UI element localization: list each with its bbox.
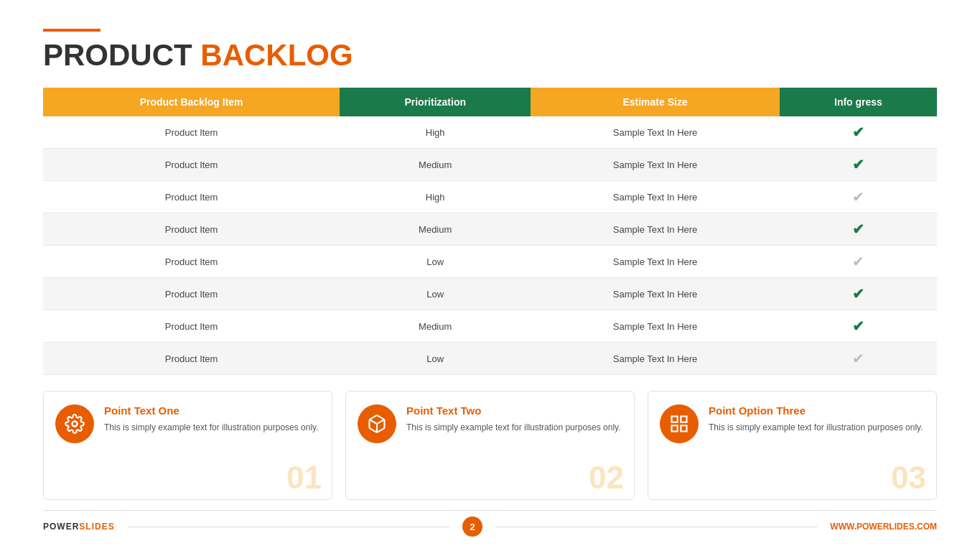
cell-priority: Low (340, 343, 531, 375)
table-row: Product ItemMediumSample Text In Here✔ (43, 310, 937, 343)
check-gray-icon: ✔ (852, 351, 864, 366)
card-text: This is simply example text for illustra… (709, 421, 925, 434)
footer-line-right (495, 527, 817, 527)
cell-item: Product Item (43, 213, 340, 246)
cell-check: ✔ (780, 181, 937, 213)
table-header-cell: Estimate Size (531, 88, 780, 116)
card-1: Point Text One This is simply example te… (43, 391, 332, 500)
table-body: Product ItemHighSample Text In Here✔Prod… (43, 116, 937, 375)
check-green-icon: ✔ (852, 318, 864, 334)
cell-check: ✔ (780, 213, 937, 246)
cell-size: Sample Text In Here (531, 149, 780, 181)
cell-item: Product Item (43, 149, 340, 181)
card-icon-circle (358, 404, 396, 443)
table-row: Product ItemLowSample Text In Here✔ (43, 343, 937, 375)
page-title: PRODUCT BACKLOG (43, 39, 937, 72)
card-title: Point Text One (104, 404, 320, 417)
footer-brand: POWERSLIDES (43, 522, 115, 532)
cell-item: Product Item (43, 310, 340, 343)
card-title: Point Text Two (406, 404, 622, 417)
table-row: Product ItemMediumSample Text In Here✔ (43, 149, 937, 181)
cell-size: Sample Text In Here (531, 181, 780, 213)
cell-priority: High (340, 116, 531, 149)
cell-item: Product Item (43, 246, 340, 278)
table-row: Product ItemLowSample Text In Here✔ (43, 246, 937, 278)
header-accent-line (43, 29, 101, 32)
cell-check: ✔ (780, 278, 937, 310)
cell-check: ✔ (780, 343, 937, 375)
card-3: Point Option Three This is simply exampl… (648, 391, 937, 500)
card-content: Point Text Two This is simply example te… (406, 404, 622, 434)
table-row: Product ItemMediumSample Text In Here✔ (43, 213, 937, 246)
svg-rect-3 (672, 417, 678, 422)
card-content: Point Text One This is simply example te… (104, 404, 320, 434)
table-row: Product ItemHighSample Text In Here✔ (43, 181, 937, 213)
svg-rect-5 (672, 426, 678, 432)
cell-size: Sample Text In Here (531, 278, 780, 310)
card-number: 03 (891, 462, 926, 494)
cell-item: Product Item (43, 116, 340, 149)
footer-website: WWW.POWERLIDES.COM (830, 522, 937, 532)
footer-line-left (128, 527, 449, 527)
cell-check: ✔ (780, 116, 937, 149)
cell-size: Sample Text In Here (531, 246, 780, 278)
card-text: This is simply example text for illustra… (104, 421, 320, 434)
check-green-icon: ✔ (852, 157, 864, 172)
cell-size: Sample Text In Here (531, 213, 780, 246)
card-number: 02 (589, 462, 624, 494)
title-backlog: BACKLOG (200, 38, 353, 72)
table-header-cell: Prioritization (340, 88, 531, 116)
cell-item: Product Item (43, 181, 340, 213)
card-text: This is simply example text for illustra… (406, 421, 622, 434)
cell-priority: Medium (340, 213, 531, 246)
cell-check: ✔ (780, 149, 937, 181)
cell-priority: Medium (340, 149, 531, 181)
cell-priority: Medium (340, 310, 531, 343)
card-title: Point Option Three (709, 404, 925, 417)
footer: POWERSLIDES 2 WWW.POWERLIDES.COM (43, 510, 937, 537)
cell-check: ✔ (780, 246, 937, 278)
svg-rect-6 (681, 426, 686, 432)
backlog-table: Product Backlog ItemPrioritizationEstima… (43, 88, 937, 375)
card-number: 01 (286, 462, 322, 494)
cards-row: Point Text One This is simply example te… (43, 391, 937, 500)
cell-priority: Low (340, 278, 531, 310)
check-green-icon: ✔ (852, 221, 864, 237)
cell-size: Sample Text In Here (531, 343, 780, 375)
brand-black: POWER (43, 522, 79, 532)
cell-item: Product Item (43, 278, 340, 310)
check-green-icon: ✔ (852, 286, 864, 302)
table-header-cell: Product Backlog Item (43, 88, 340, 116)
check-gray-icon: ✔ (852, 189, 864, 205)
check-gray-icon: ✔ (852, 254, 864, 269)
cell-priority: Low (340, 246, 531, 278)
check-green-icon: ✔ (852, 124, 864, 140)
table-row: Product ItemLowSample Text In Here✔ (43, 278, 937, 310)
card-icon-circle (660, 404, 699, 443)
cell-priority: High (340, 181, 531, 213)
svg-rect-4 (681, 417, 686, 422)
cell-item: Product Item (43, 343, 340, 375)
card-icon-circle (55, 404, 94, 443)
cell-size: Sample Text In Here (531, 310, 780, 343)
table-row: Product ItemHighSample Text In Here✔ (43, 116, 937, 149)
title-product: PRODUCT (43, 38, 200, 72)
svg-point-1 (73, 422, 78, 427)
card-2: Point Text Two This is simply example te… (345, 391, 635, 500)
table-header-cell: Info gress (780, 88, 937, 116)
cell-size: Sample Text In Here (531, 116, 780, 149)
card-content: Point Option Three This is simply exampl… (709, 404, 925, 434)
cell-check: ✔ (780, 310, 937, 343)
table-header: Product Backlog ItemPrioritizationEstima… (43, 88, 937, 116)
page-number-badge: 2 (462, 517, 482, 537)
brand-orange: SLIDES (79, 522, 114, 532)
